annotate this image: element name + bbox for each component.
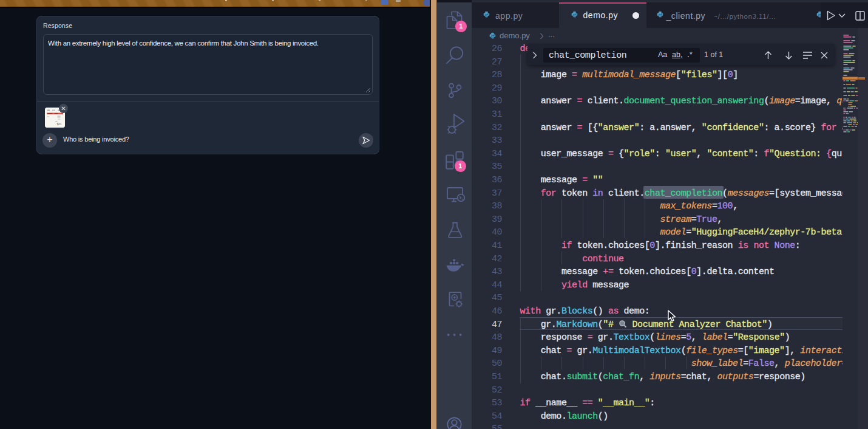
svg-text:$m: $m (57, 122, 62, 126)
